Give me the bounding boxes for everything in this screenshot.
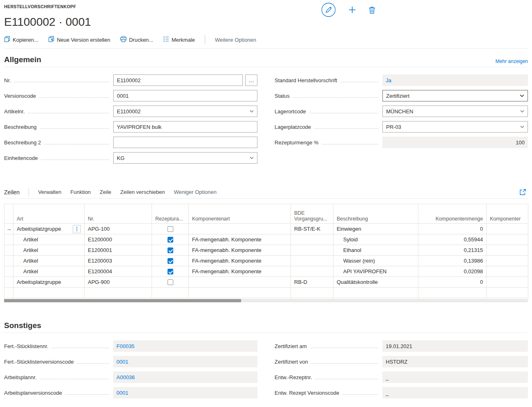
horizontal-scrollbar[interactable] [4, 299, 528, 302]
art-cell[interactable]: Artikel [13, 266, 85, 277]
komponenter-cell[interactable] [487, 256, 528, 266]
table-row[interactable]: ArtikelE1200003FA-mengenabh. KomponenteW… [4, 256, 528, 266]
bde-vorgangsgruppe-cell[interactable] [291, 245, 333, 256]
einheitencode-input[interactable] [113, 152, 257, 164]
bde-vorgangsgruppe-cell[interactable]: RB-D [291, 277, 333, 288]
col-art[interactable]: Art [13, 204, 85, 224]
pencil-circle-icon[interactable] [321, 2, 336, 17]
arbeitsplanversionscode-value[interactable]: 0001 [113, 387, 257, 398]
weitere-optionen-button[interactable]: Weitere Optionen [215, 37, 256, 43]
komponenter-cell[interactable] [487, 288, 528, 298]
table-row[interactable] [4, 288, 528, 298]
lagerortcode-input[interactable] [382, 106, 528, 117]
scrollbar-thumb[interactable] [4, 299, 241, 302]
chevron-down-icon[interactable] [520, 124, 525, 129]
rezeptur-cell[interactable] [152, 234, 189, 245]
row-selection-gutter[interactable] [4, 277, 13, 288]
art-cell[interactable] [13, 288, 85, 298]
row-selection-gutter[interactable] [4, 234, 13, 245]
fert-stuecklistennr-value[interactable]: F00035 [113, 340, 257, 352]
rezeptur-cell[interactable] [152, 224, 189, 234]
nr-input[interactable] [113, 74, 243, 86]
komponentenmenge-cell[interactable]: 0,02098 [418, 266, 487, 277]
artikelnr-input[interactable] [113, 106, 257, 117]
komponentenmenge-cell[interactable]: 0,13986 [418, 256, 487, 266]
menu-weniger-optionen[interactable]: Weniger Optionen [174, 189, 217, 195]
col-komponenter[interactable]: Komponenter [487, 204, 528, 224]
rezeptur-cell[interactable] [152, 277, 189, 288]
bde-vorgangsgruppe-cell[interactable] [291, 288, 333, 298]
beschreibung-cell[interactable]: Ethanol [333, 245, 418, 256]
menu-zeilen-verschieben[interactable]: Zeilen verschieben [120, 189, 165, 195]
komponenter-cell[interactable] [487, 245, 528, 256]
nr-assist-edit-button[interactable]: … [245, 74, 257, 86]
bde-vorgangsgruppe-cell[interactable]: RB-ST/E-K [291, 224, 333, 234]
komponenter-cell[interactable] [487, 277, 528, 288]
open-in-new-window-icon[interactable] [519, 189, 526, 196]
row-context-menu-button[interactable]: ⋮ [73, 225, 81, 233]
komponentenmenge-cell[interactable]: 0 [418, 224, 487, 234]
row-selection-gutter[interactable]: → [4, 224, 13, 234]
col-komponentenmenge[interactable]: Komponentenmenge [418, 204, 487, 224]
rezeptur-checkbox[interactable] [168, 237, 173, 243]
komponenter-cell[interactable] [487, 234, 528, 245]
row-selection-gutter[interactable] [4, 266, 13, 277]
table-row[interactable]: →Arbeitsplatzgruppe⋮APG-100RB-ST/E-KEinw… [4, 224, 528, 234]
komponentenart-cell[interactable]: FA-mengenabh. Komponente [189, 245, 291, 256]
table-row[interactable]: ArtikelE1200000FA-mengenabh. KomponenteS… [4, 234, 528, 245]
menu-zeile[interactable]: Zeile [100, 189, 111, 195]
status-select[interactable]: Zertifiziert [382, 90, 528, 101]
trash-icon[interactable] [369, 6, 376, 14]
menu-verwalten[interactable]: Verwalten [38, 189, 61, 195]
kopieren-button[interactable]: Kopieren... [4, 36, 38, 43]
art-cell[interactable]: Artikel [13, 256, 85, 266]
rezeptur-cell[interactable] [152, 256, 189, 266]
col-nr[interactable]: Nr. [85, 204, 152, 224]
col-beschreibung[interactable]: Beschreibung [333, 204, 418, 224]
tab-zeilen[interactable]: Zeilen [4, 189, 20, 196]
fert-stuecklistenversionscode-value[interactable]: 0001 [113, 356, 257, 367]
chevron-down-icon[interactable] [249, 155, 254, 160]
menu-funktion[interactable]: Funktion [70, 189, 91, 195]
table-row[interactable]: ArtikelE1200004FA-mengenabh. KomponenteA… [4, 266, 528, 277]
arbeitsplannr-value[interactable]: A00036 [113, 371, 257, 383]
col-komponentenart[interactable]: Komponentenart [189, 204, 291, 224]
art-cell[interactable]: Artikel [13, 245, 85, 256]
beschreibung-cell[interactable]: API YAVIPROFEN [333, 266, 418, 277]
beschreibung-cell[interactable] [333, 288, 418, 298]
komponentenart-cell[interactable]: FA-mengenabh. Komponente [189, 234, 291, 245]
lagerplatzcode-input[interactable] [382, 121, 528, 133]
art-cell[interactable]: Arbeitsplatzgruppe [13, 277, 85, 288]
row-selection-gutter[interactable] [4, 245, 13, 256]
row-selection-gutter[interactable] [4, 256, 13, 266]
nr-cell[interactable]: E1200003 [85, 256, 152, 266]
col-rezeptura[interactable]: Rezeptura... [152, 204, 189, 224]
rezeptur-checkbox[interactable] [168, 258, 173, 264]
rezeptur-checkbox[interactable] [168, 279, 173, 285]
nr-cell[interactable]: APG-100 [85, 224, 152, 234]
chevron-down-icon[interactable] [249, 109, 254, 114]
bde-vorgangsgruppe-cell[interactable] [291, 234, 333, 245]
plus-icon[interactable] [348, 6, 356, 14]
nr-cell[interactable]: E1200004 [85, 266, 152, 277]
art-cell[interactable]: Artikel [13, 234, 85, 245]
nr-cell[interactable]: E1200001 [85, 245, 152, 256]
mehr-anzeigen-link[interactable]: Mehr anzeigen [496, 58, 528, 64]
komponentenart-cell[interactable] [189, 288, 291, 298]
komponentenart-cell[interactable] [189, 224, 291, 234]
rezeptur-checkbox[interactable] [168, 247, 173, 253]
nr-cell[interactable] [85, 288, 152, 298]
chevron-down-icon[interactable] [519, 93, 525, 99]
nr-cell[interactable]: APG-900 [85, 277, 152, 288]
komponenter-cell[interactable] [487, 266, 528, 277]
beschreibung-2-input[interactable] [113, 137, 257, 148]
beschreibung-cell[interactable]: Qualitätskontrolle [333, 277, 418, 288]
rezeptur-checkbox[interactable] [168, 226, 173, 232]
komponentenart-cell[interactable] [189, 277, 291, 288]
komponentenmenge-cell[interactable] [418, 288, 487, 298]
table-row[interactable]: ArtikelE1200001FA-mengenabh. KomponenteE… [4, 245, 528, 256]
komponenter-cell[interactable] [487, 224, 528, 234]
neue-version-erstellen-button[interactable]: Neue Version erstellen [48, 36, 110, 43]
col-bde-vorgangsgruppe[interactable]: BDEVorgangsgru... [291, 204, 333, 224]
drucken-button[interactable]: Drucken... [120, 36, 153, 43]
